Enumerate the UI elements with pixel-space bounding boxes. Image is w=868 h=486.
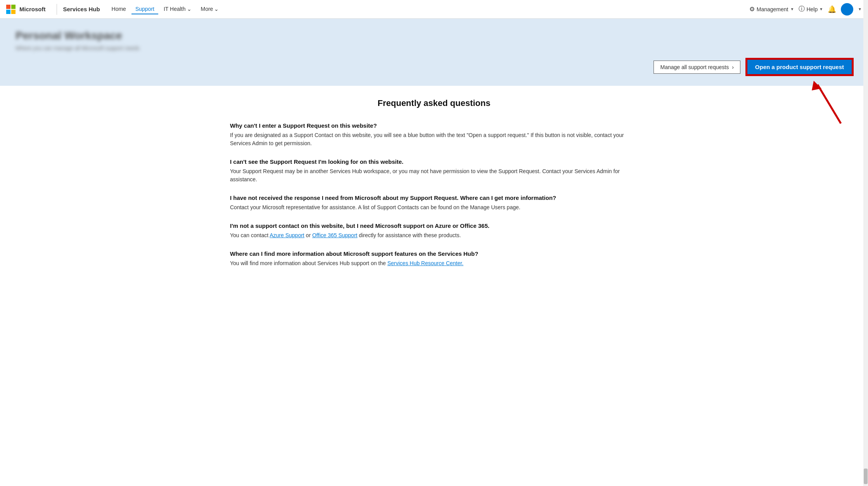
faq-question-4: I'm not a support contact on this websit… (230, 222, 638, 229)
logo-yellow (11, 10, 16, 14)
scrollbar[interactable] (863, 0, 868, 297)
faq-question-5: Where can I find more information about … (230, 250, 638, 257)
azure-support-link[interactable]: Azure Support (270, 232, 304, 238)
app-name: Services Hub (63, 6, 100, 12)
nav-links: Home Support IT Health ⌄ More ⌄ (108, 4, 223, 14)
main-content: Frequently asked questions Why can't I e… (221, 86, 647, 297)
navbar: Microsoft Services Hub Home Support IT H… (0, 0, 868, 19)
faq-answer-3: Contact your Microsoft representative fo… (230, 203, 638, 212)
help-menu[interactable]: ⓘ Help ▼ (799, 5, 823, 13)
management-menu[interactable]: ⚙ Management ▼ (749, 5, 794, 13)
faq-item-4: I'm not a support contact on this websit… (230, 222, 638, 240)
hero-subtitle: Where you can manage all Microsoft suppo… (16, 45, 140, 51)
gear-icon: ⚙ (749, 5, 755, 13)
hero-section: Personal Workspace Where you can manage … (0, 19, 868, 86)
chevron-down-icon: ▼ (819, 7, 823, 11)
faq-answer-1: If you are designated as a Support Conta… (230, 131, 638, 148)
nav-support[interactable]: Support (131, 4, 158, 14)
avatar[interactable] (841, 3, 853, 16)
nav-right: ⚙ Management ▼ ⓘ Help ▼ 🔔 ▼ (749, 3, 862, 16)
faq-answer-5: You will find more information about Ser… (230, 259, 638, 267)
resource-center-link[interactable]: Services Hub Resource Center. (387, 260, 463, 266)
logo-red (6, 5, 10, 9)
chevron-right-icon: › (732, 64, 734, 70)
faq-question-2: I can't see the Support Request I'm look… (230, 158, 638, 165)
hero-actions: Manage all support requests › Open a pro… (654, 59, 852, 75)
red-arrow-annotation (810, 77, 845, 128)
faq-question-1: Why can't I enter a Support Request on t… (230, 122, 638, 129)
logo-blue (6, 10, 10, 14)
office365-support-link[interactable]: Office 365 Support (312, 232, 357, 238)
faq-title: Frequently asked questions (230, 98, 638, 108)
nav-home[interactable]: Home (108, 4, 130, 14)
help-icon: ⓘ (799, 5, 805, 13)
faq-answer-2: Your Support Request may be in another S… (230, 167, 638, 184)
manage-requests-button[interactable]: Manage all support requests › (654, 61, 740, 74)
hero-title: Personal Workspace (16, 30, 122, 42)
microsoft-logo (6, 5, 16, 14)
faq-question-3: I have not received the response I need … (230, 194, 638, 201)
nav-more[interactable]: More ⌄ (197, 4, 223, 14)
faq-item-1: Why can't I enter a Support Request on t… (230, 122, 638, 148)
company-name: Microsoft (19, 6, 46, 12)
nav-divider (57, 4, 57, 15)
svg-line-0 (818, 85, 841, 123)
brand: Microsoft (6, 5, 46, 14)
faq-item-5: Where can I find more information about … (230, 250, 638, 267)
chevron-down-icon: ⌄ (214, 6, 219, 12)
chevron-down-icon: ▼ (790, 7, 794, 11)
chevron-down-icon: ▼ (858, 7, 862, 11)
notifications-icon[interactable]: 🔔 (828, 5, 836, 14)
nav-it-health[interactable]: IT Health ⌄ (160, 4, 195, 14)
faq-item-2: I can't see the Support Request I'm look… (230, 158, 638, 184)
logo-green (11, 5, 16, 9)
open-support-button[interactable]: Open a product support request (747, 59, 852, 75)
faq-answer-4: You can contact Azure Support or Office … (230, 231, 638, 240)
chevron-down-icon: ⌄ (187, 6, 192, 12)
faq-item-3: I have not received the response I need … (230, 194, 638, 212)
